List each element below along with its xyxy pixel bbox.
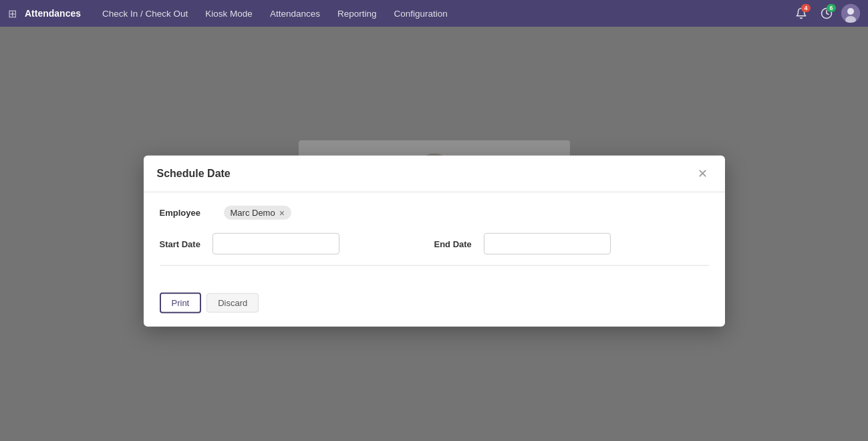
nav-check-in-out[interactable]: Check In / Check Out: [94, 5, 196, 23]
svg-point-2: [847, 8, 854, 15]
end-date-section: End Date: [434, 233, 709, 255]
user-avatar[interactable]: [841, 4, 860, 23]
start-date-input[interactable]: [212, 233, 339, 255]
notifications-button[interactable]: 4: [790, 3, 812, 24]
schedule-date-modal: Schedule Date ✕ Employee Marc Demo × Sta…: [144, 156, 725, 327]
end-date-label: End Date: [434, 239, 472, 249]
nav-kiosk-mode[interactable]: Kiosk Mode: [197, 5, 261, 23]
nav-reporting[interactable]: Reporting: [329, 5, 385, 23]
employee-tag-name: Marc Demo: [231, 208, 275, 218]
employee-tag: Marc Demo ×: [224, 206, 291, 220]
employee-label: Employee: [160, 208, 213, 218]
main-nav: Check In / Check Out Kiosk Mode Attendan…: [94, 5, 788, 23]
apps-grid-icon[interactable]: ⊞: [8, 7, 17, 20]
activity-button[interactable]: 6: [816, 3, 837, 24]
activity-badge: 6: [827, 4, 836, 12]
modal-header: Schedule Date ✕: [144, 156, 725, 192]
modal-body: Employee Marc Demo × Start Date End Date: [144, 192, 725, 293]
employee-tag-remove[interactable]: ×: [279, 208, 285, 217]
notification-badge: 4: [801, 4, 811, 12]
employee-row: Employee Marc Demo ×: [160, 206, 709, 220]
modal-title: Schedule Date: [157, 168, 231, 180]
nav-configuration[interactable]: Configuration: [386, 5, 456, 23]
start-date-section: Start Date: [160, 233, 434, 255]
brand-label: Attendances: [25, 8, 81, 19]
end-date-input[interactable]: [484, 233, 611, 255]
discard-button[interactable]: Discard: [206, 293, 259, 313]
topbar: ⊞ Attendances Check In / Check Out Kiosk…: [0, 0, 868, 27]
dates-row: Start Date End Date: [160, 233, 709, 255]
start-date-label: Start Date: [160, 239, 200, 249]
modal-footer: Print Discard: [144, 293, 725, 327]
modal-close-button[interactable]: ✕: [694, 166, 712, 181]
print-button[interactable]: Print: [160, 293, 202, 313]
nav-attendances[interactable]: Attendances: [262, 5, 328, 23]
topbar-right: 4 6: [790, 3, 860, 24]
modal-divider: [160, 265, 709, 266]
